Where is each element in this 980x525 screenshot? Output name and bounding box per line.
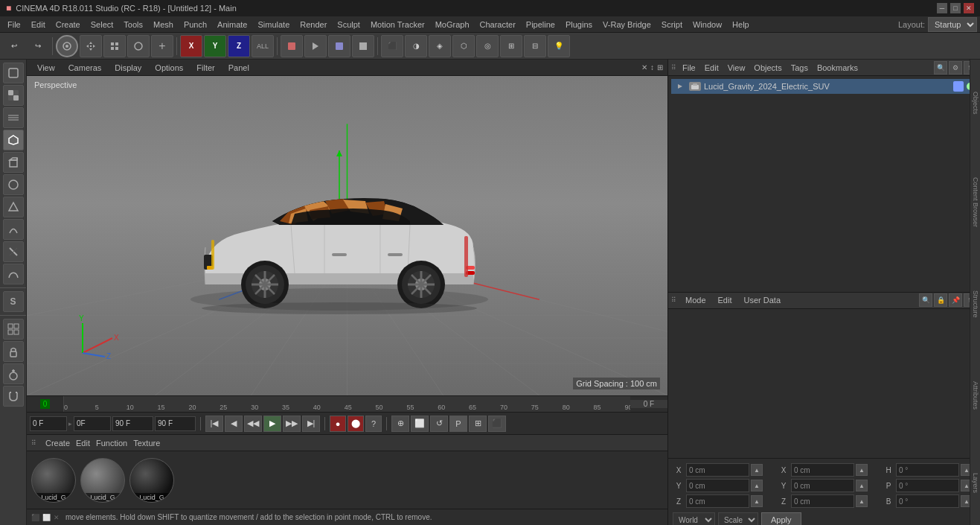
tool-poly[interactable]	[3, 130, 24, 150]
coord-x-down[interactable]: ▲	[751, 464, 763, 476]
redo-button[interactable]: ↪	[27, 35, 49, 57]
menu-create[interactable]: Create	[51, 19, 85, 31]
tool-s[interactable]: S	[3, 291, 24, 312]
menu-render[interactable]: Render	[295, 19, 331, 31]
play-forward-button[interactable]: ▶	[263, 416, 281, 432]
apply-button[interactable]: Apply	[761, 512, 801, 525]
coord-x-input[interactable]	[686, 463, 749, 477]
anim-record2[interactable]	[328, 35, 350, 57]
coord-y-down[interactable]: ▲	[751, 480, 763, 491]
viewport-ctrl-3[interactable]: ⊞	[657, 63, 663, 71]
material-swatch-3[interactable]: Lucid_G	[129, 458, 174, 503]
mode-rotate[interactable]	[127, 35, 150, 57]
world-dropdown[interactable]: World Object	[673, 512, 715, 525]
menu-select[interactable]: Select	[86, 19, 118, 31]
menu-window[interactable]: Window	[688, 19, 726, 31]
material-swatch-1[interactable]: Lucid_G	[31, 458, 76, 503]
coord-oy-input[interactable]	[791, 479, 854, 492]
om-settings-btn[interactable]: ⚙	[949, 61, 962, 74]
coord-oz-input[interactable]	[791, 494, 854, 508]
menu-punch[interactable]: Punch	[179, 19, 211, 31]
menu-sculpt[interactable]: Sculpt	[333, 19, 365, 31]
tool-smooth[interactable]	[3, 264, 24, 284]
coord-z-input[interactable]	[686, 494, 749, 508]
tool-object[interactable]	[3, 63, 24, 83]
undo-button[interactable]: ↩	[3, 35, 25, 57]
view-mode-3[interactable]: ◈	[429, 35, 451, 57]
viewport-tab-cameras[interactable]: Cameras	[63, 62, 108, 74]
menu-script[interactable]: Script	[657, 19, 687, 31]
tool-grid2[interactable]	[3, 319, 24, 340]
minimize-button[interactable]: ─	[937, 3, 947, 13]
om-menu-view[interactable]: View	[725, 63, 749, 72]
tool-grid[interactable]	[3, 107, 24, 128]
coord-b-input[interactable]	[896, 494, 959, 508]
material-swatch-2[interactable]: Lucid_G	[80, 458, 125, 503]
anim-stop[interactable]	[352, 35, 374, 57]
viewport-tab-options[interactable]: Options	[149, 62, 189, 74]
tool-paint[interactable]	[3, 363, 24, 384]
coord-p-input[interactable]	[896, 479, 959, 492]
coord-oz-arrow[interactable]: ▲	[856, 495, 868, 507]
menu-mesh[interactable]: Mesh	[149, 19, 178, 31]
menu-plugins[interactable]: Plugins	[561, 19, 597, 31]
play-fwd-button[interactable]: ▶▶	[283, 416, 301, 432]
cam-tool-btn[interactable]: ⬛	[488, 416, 506, 432]
right-tab-structure[interactable]: Structure	[970, 287, 981, 321]
view-mode-6[interactable]: ⊞	[500, 35, 522, 57]
coord-y-input[interactable]	[686, 479, 749, 492]
attr-pin-btn[interactable]: 📌	[949, 293, 962, 307]
auto-keyframe-button[interactable]: ⬤	[348, 416, 364, 432]
anim-record[interactable]	[281, 35, 303, 57]
tool-cone[interactable]	[3, 197, 24, 217]
menu-edit[interactable]: Edit	[27, 19, 50, 31]
coord-h-input[interactable]	[896, 463, 959, 477]
rotate-tool-btn[interactable]: ↺	[430, 416, 448, 432]
attr-search-btn[interactable]: 🔍	[919, 293, 932, 307]
right-tab-layers[interactable]: Layers	[970, 470, 981, 496]
menu-file[interactable]: File	[3, 19, 25, 31]
mat-menu-function[interactable]: Function	[96, 439, 127, 448]
viewport-ctrl-1[interactable]: ✕	[641, 63, 647, 71]
menu-pipeline[interactable]: Pipeline	[522, 19, 560, 31]
maximize-button[interactable]: □	[950, 3, 961, 13]
tool-lock[interactable]	[3, 341, 24, 362]
current-frame-input[interactable]	[30, 416, 67, 431]
coord-ox-arrow[interactable]: ▲	[856, 464, 868, 476]
om-menu-objects[interactable]: Objects	[751, 63, 784, 72]
tool-sphere[interactable]	[3, 174, 24, 195]
viewport-ctrl-2[interactable]: ↕	[650, 63, 654, 71]
attr-menu-edit[interactable]: Edit	[715, 296, 735, 305]
mode-add[interactable]: +	[151, 35, 173, 57]
attr-lock-btn[interactable]: 🔒	[934, 293, 947, 307]
axis-x[interactable]: X	[180, 35, 202, 57]
menu-character[interactable]: Character	[475, 19, 520, 31]
layout-select[interactable]: Startup	[928, 17, 977, 32]
viewport-tab-panel[interactable]: Panel	[222, 62, 255, 74]
axis-y[interactable]: Y	[204, 35, 226, 57]
axis-z[interactable]: Z	[228, 35, 250, 57]
om-search-btn[interactable]: 🔍	[934, 61, 947, 74]
coord-oy-arrow[interactable]: ▲	[856, 480, 868, 491]
om-row-suv[interactable]: Lucid_Gravity_2024_Electric_SUV	[671, 79, 977, 94]
tool-bend[interactable]	[3, 219, 24, 240]
axis-all[interactable]: ALL	[252, 35, 274, 57]
select-tool-btn[interactable]: ⬜	[411, 416, 429, 432]
mat-menu-create[interactable]: Create	[45, 439, 70, 448]
scale-dropdown[interactable]: Scale	[718, 512, 758, 525]
right-tab-attributes[interactable]: Attributes	[970, 378, 981, 413]
mode-scale[interactable]	[103, 35, 126, 57]
viewport-tab-filter[interactable]: Filter	[190, 62, 220, 74]
viewport-3d[interactable]: Perspective	[27, 76, 667, 395]
timeline-ruler[interactable]: 0 5 10 15 20 25 30 35 40 45 50 55 60 65 …	[64, 396, 630, 413]
view-mode-8[interactable]: 💡	[548, 35, 570, 57]
scale-tool-btn[interactable]: P	[449, 416, 467, 432]
menu-animate[interactable]: Animate	[213, 19, 252, 31]
mat-menu-edit[interactable]: Edit	[76, 439, 90, 448]
tool-checkerboard[interactable]	[3, 85, 24, 106]
view-mode-5[interactable]: ◎	[476, 35, 499, 57]
menu-mograph[interactable]: MoGraph	[431, 19, 474, 31]
info-button[interactable]: ?	[365, 416, 382, 432]
viewport-tab-display[interactable]: Display	[109, 62, 147, 74]
play-back-button[interactable]: ◀◀	[244, 416, 262, 432]
